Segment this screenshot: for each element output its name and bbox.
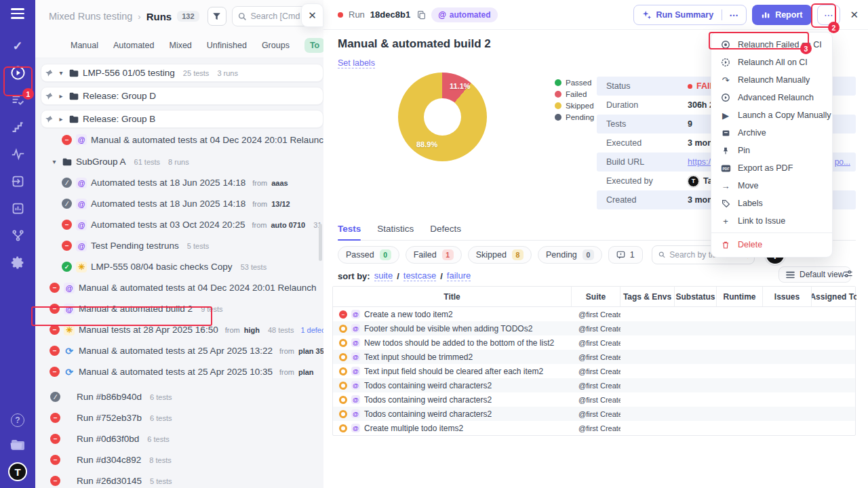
close-icon[interactable]: ✕ bbox=[850, 9, 859, 21]
run-row[interactable]: ∕ @ Automated tests at 18 Jun 2025 14:18… bbox=[58, 193, 323, 214]
run-summary-button[interactable]: Run Summary ⋯ bbox=[633, 5, 747, 25]
menu-relaunch-manually[interactable]: ↷ Relaunch Manually bbox=[711, 71, 832, 89]
menu-move[interactable]: → Move bbox=[711, 177, 832, 195]
run-row[interactable]: ✓ ✳ LMP-555 08/04 basic checks Copy 53 t… bbox=[58, 256, 323, 277]
copy-icon[interactable] bbox=[417, 10, 426, 20]
import-icon[interactable] bbox=[9, 174, 26, 190]
menu-link-to-issue[interactable]: + Link to Issue bbox=[711, 212, 832, 230]
branches-icon[interactable] bbox=[9, 228, 26, 244]
menu-pin[interactable]: Pin bbox=[711, 142, 832, 159]
col-substatus[interactable]: Substatus bbox=[675, 287, 717, 306]
help-icon[interactable]: ? bbox=[11, 413, 24, 427]
run-row[interactable]: – @ Manual & automated tests at 04 Dec 2… bbox=[58, 128, 323, 151]
passed-filter-chip[interactable]: Passed0 bbox=[338, 246, 399, 264]
chevron-down-icon[interactable]: ▾ bbox=[50, 158, 58, 165]
run-row[interactable]: – @ Test Pending testruns 5 tests bbox=[58, 235, 323, 256]
col-assigned-to[interactable]: Assigned To bbox=[812, 287, 856, 306]
run-group-row[interactable]: ▸ Release: Group D bbox=[41, 87, 323, 105]
test-row[interactable]: @Footer should be visible when adding TO… bbox=[333, 321, 855, 336]
sort-by-failure[interactable]: failure bbox=[447, 270, 471, 281]
build-url-link-end[interactable]: po... bbox=[835, 157, 850, 167]
run-group-row[interactable]: ▾ LMP-556 01/05 testing 25 tests 3 runs bbox=[41, 64, 323, 82]
breadcrumb-section[interactable]: Runs bbox=[146, 11, 172, 22]
col-suite[interactable]: Suite bbox=[572, 287, 620, 306]
run-row[interactable]: – Run #752eb37b 6 tests bbox=[46, 407, 323, 428]
comments-filter-chip[interactable]: 1 bbox=[608, 246, 643, 264]
sort-by-suite[interactable]: suite bbox=[374, 270, 393, 281]
tab-defects[interactable]: Defects bbox=[430, 224, 461, 234]
run-row[interactable]: – Run #0d63f0bd 6 tests bbox=[46, 428, 323, 449]
report-list-icon[interactable] bbox=[9, 92, 26, 108]
report-button[interactable]: Report bbox=[752, 5, 812, 25]
app-logo[interactable]: T bbox=[8, 462, 27, 481]
test-row[interactable]: @Text input field should be cleared afte… bbox=[333, 364, 855, 378]
chevron-right-icon[interactable]: ▸ bbox=[57, 92, 65, 100]
test-row[interactable]: @New todos should be added to the bottom… bbox=[333, 336, 855, 350]
col-title[interactable]: Title bbox=[333, 287, 572, 306]
runs-play-icon[interactable] bbox=[9, 65, 26, 81]
tab-today[interactable]: To bbox=[304, 38, 323, 53]
menu-delete[interactable]: Delete bbox=[711, 236, 832, 253]
test-row[interactable]: @Todos containing weird characters2 @fir… bbox=[333, 378, 855, 392]
pending-filter-chip[interactable]: Pending0 bbox=[538, 246, 602, 264]
run-row[interactable]: – ⟳ Manual & automated tests at 25 Apr 2… bbox=[45, 361, 323, 382]
menu-export-pdf[interactable]: PDF Export as PDF bbox=[711, 159, 832, 177]
col-runtime[interactable]: Runtime bbox=[717, 287, 763, 306]
set-labels-link[interactable]: Set labels bbox=[338, 58, 375, 68]
run-defects-count[interactable]: 1 defects bbox=[300, 326, 323, 334]
tab-statistics[interactable]: Statistics bbox=[377, 224, 414, 234]
breadcrumb-separator: › bbox=[138, 12, 140, 22]
menu-advanced-relaunch[interactable]: Advanced Relaunch bbox=[711, 89, 832, 106]
run-row[interactable]: – @ Automated tests at 03 Oct 2024 20:25… bbox=[58, 214, 323, 235]
sort-by-testcase[interactable]: testcase bbox=[403, 270, 436, 281]
panel-close-button[interactable]: ✕ bbox=[301, 3, 323, 27]
col-tags-envs[interactable]: Tags & Envs bbox=[620, 287, 675, 306]
settings-gear-icon[interactable] bbox=[9, 255, 26, 271]
menu-labels[interactable]: Labels bbox=[711, 195, 832, 212]
test-row[interactable]: @Create multiple todo items2 @first Crea… bbox=[333, 421, 855, 435]
hamburger-menu-icon[interactable] bbox=[11, 8, 24, 19]
tab-groups[interactable]: Groups bbox=[262, 41, 290, 50]
list-scrollbar[interactable] bbox=[319, 224, 322, 261]
analytics-icon[interactable] bbox=[9, 201, 26, 217]
run-summary-more-button[interactable]: ⋯ bbox=[722, 9, 746, 20]
build-url-link[interactable]: https:/ bbox=[688, 157, 711, 167]
steps-icon[interactable] bbox=[9, 119, 26, 136]
pulse-icon[interactable] bbox=[9, 146, 26, 163]
menu-launch-copy[interactable]: ▶ Launch a Copy Manually bbox=[711, 106, 832, 124]
test-row[interactable]: @Todos containing weird characters2 @fir… bbox=[333, 407, 855, 421]
tab-manual[interactable]: Manual bbox=[71, 41, 98, 50]
view-settings-icon[interactable] bbox=[843, 269, 853, 279]
run-row-selected[interactable]: – @ Manual & automated build 2 9 tests bbox=[45, 298, 323, 319]
filter-button[interactable] bbox=[208, 7, 226, 26]
chevron-right-icon[interactable]: ▸ bbox=[57, 115, 65, 123]
run-group-row[interactable]: ▾ SubGroup A 61 tests 8 runs bbox=[46, 151, 323, 172]
failed-filter-chip[interactable]: Failed1 bbox=[406, 246, 462, 264]
run-row[interactable]: – Run #d304c892 8 tests bbox=[46, 449, 323, 470]
run-group-row[interactable]: ▸ Release: Group B bbox=[41, 110, 323, 128]
menu-archive[interactable]: Archive bbox=[711, 124, 832, 142]
projects-folder-icon[interactable] bbox=[9, 436, 26, 453]
tasks-check-icon[interactable]: ✓ bbox=[9, 38, 26, 54]
tab-unfinished[interactable]: Unfinished bbox=[207, 41, 247, 50]
run-row[interactable]: – ✳ Manual tests at 28 Apr 2025 16:50 fr… bbox=[45, 319, 323, 340]
tab-mixed[interactable]: Mixed bbox=[169, 41, 191, 50]
breadcrumb-project[interactable]: Mixed Runs testing bbox=[49, 11, 132, 22]
more-actions-button[interactable]: ⋯ bbox=[817, 5, 840, 25]
run-row[interactable]: – @ Manual & automated tests at 04 Dec 2… bbox=[45, 277, 323, 298]
run-row[interactable]: ∕ @ Automated tests at 18 Jun 2025 14:18… bbox=[58, 172, 323, 193]
default-view-button[interactable]: Default view bbox=[778, 266, 851, 283]
chevron-down-icon[interactable]: ▾ bbox=[57, 69, 65, 77]
test-row[interactable]: –@Create a new todo item2 @first Create … bbox=[333, 307, 855, 321]
col-issues[interactable]: Issues bbox=[763, 287, 812, 306]
test-row[interactable]: @Text input should be trimmed2 @first Cr… bbox=[333, 350, 855, 364]
test-row[interactable]: @Todos containing weird characters2 @fir… bbox=[333, 392, 855, 407]
menu-relaunch-failed-ci[interactable]: Relaunch Failed on CI bbox=[711, 36, 832, 54]
skipped-filter-chip[interactable]: Skipped8 bbox=[468, 246, 532, 264]
tab-automated[interactable]: Automated bbox=[113, 41, 154, 50]
run-row[interactable]: ∕ Run #b86b940d 6 tests bbox=[46, 386, 323, 407]
run-row[interactable]: – ⟳ Manual & automated tests at 25 Apr 2… bbox=[45, 340, 323, 361]
menu-relaunch-all-ci[interactable]: Relaunch All on CI bbox=[711, 54, 832, 71]
tab-tests[interactable]: Tests bbox=[338, 224, 361, 234]
run-row[interactable]: – Run #26d30145 5 tests bbox=[46, 470, 323, 488]
